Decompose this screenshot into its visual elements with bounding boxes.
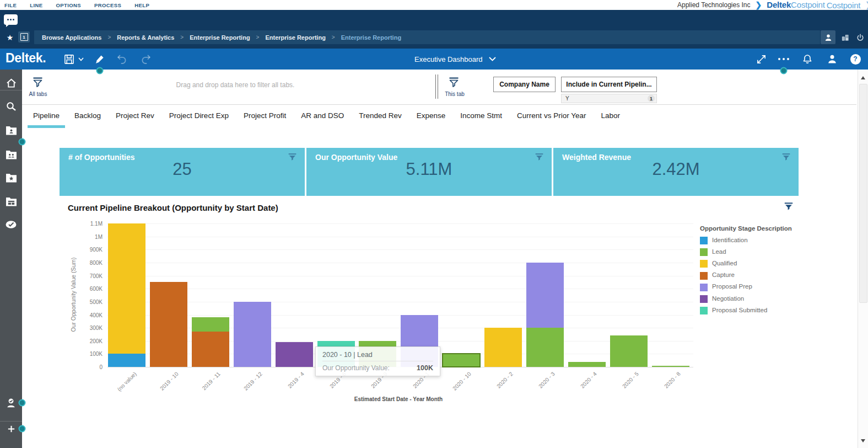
scroll-up-arrow-icon[interactable] xyxy=(861,76,865,79)
breadcrumb-item-enterprise-reporting[interactable]: Enterprise Reporting xyxy=(265,34,325,41)
help-icon[interactable]: ? xyxy=(847,49,864,70)
bar-segment-no-value-qualified[interactable] xyxy=(108,223,145,354)
notifications-bell-icon[interactable] xyxy=(799,49,816,70)
tab-project-rev[interactable]: Project Rev xyxy=(116,105,154,128)
this-tab-filter-funnel-icon[interactable] xyxy=(448,77,460,90)
legend-label-capture[interactable]: Capture xyxy=(712,271,735,278)
save-dropdown-chevron-icon[interactable] xyxy=(77,49,85,70)
legend-label-negotiation[interactable]: Negotiation xyxy=(712,295,744,302)
x-tick-label: 2020 - 3 xyxy=(516,371,556,410)
include-in-pipeline-filter-field[interactable]: Include in Current Pipelin... xyxy=(561,77,657,92)
legend-swatch-qualified[interactable] xyxy=(700,260,708,268)
sidebar-shared-applications-icon[interactable] xyxy=(0,147,22,162)
menu-item-line[interactable]: LINE xyxy=(30,2,42,8)
sidebar-dashboards-icon[interactable] xyxy=(0,194,22,209)
legend-swatch-negotiation[interactable] xyxy=(700,295,708,303)
breadcrumb-separator: > xyxy=(256,34,260,40)
all-tabs-filter-funnel-icon[interactable] xyxy=(31,77,44,90)
bar-segment-2019-4-negotiation[interactable] xyxy=(276,342,313,367)
gridline xyxy=(107,237,693,237)
bar-segment-no-value-identification[interactable] xyxy=(108,354,145,367)
legend-label-qualified[interactable]: Qualified xyxy=(712,260,737,266)
company-name-filter-field[interactable]: Company Name xyxy=(493,77,556,92)
tab-income-stmt[interactable]: Income Stmt xyxy=(460,105,502,128)
bar-segment-2019-12-proposal-prep[interactable] xyxy=(234,302,271,367)
menu-item-file[interactable]: FILE xyxy=(4,2,17,8)
brand-costpoint-text: Costpoint xyxy=(827,1,861,10)
sidebar-favorites-folder-icon[interactable] xyxy=(0,170,22,185)
indicator-dot[interactable] xyxy=(96,67,104,74)
bar-segment-2019-11-lead[interactable] xyxy=(192,317,229,332)
bar-segment-2020-3-lead[interactable] xyxy=(526,328,564,367)
tab-expense[interactable]: Expense xyxy=(417,105,446,128)
dashboard-selector[interactable]: Executive Dashboard xyxy=(414,49,496,70)
bar-segment-2020-4-lead[interactable] xyxy=(568,362,606,367)
tab-labor[interactable]: Labor xyxy=(601,105,620,128)
legend-label-proposal-submitted[interactable]: Proposal Submitted xyxy=(712,307,767,313)
bar-segment-2020-5-lead[interactable] xyxy=(610,335,648,367)
x-tick-label: 2020 - 1 xyxy=(391,371,430,410)
chat-bubble-icon[interactable] xyxy=(4,14,18,25)
include-in-pipeline-filter-value-row[interactable]: Y 1 xyxy=(561,94,657,103)
sidebar-recent-clock-icon[interactable] xyxy=(0,217,22,232)
legend-label-proposal-prep[interactable]: Proposal Prep xyxy=(712,283,752,290)
y-axis-label: Our Opportunity Value (Sum) xyxy=(70,223,77,366)
legend-swatch-proposal-prep[interactable] xyxy=(700,284,708,291)
breadcrumb-item-reports-analytics[interactable]: Reports & Analytics xyxy=(117,34,174,41)
indicator-dot[interactable] xyxy=(780,67,788,74)
legend-swatch-identification[interactable] xyxy=(700,237,708,244)
tab-project-profit[interactable]: Project Profit xyxy=(244,105,286,128)
kpi-card-our-opportunity-value[interactable]: Our Opportunity Value5.11M xyxy=(306,148,552,196)
tab-ar-and-dso[interactable]: AR and DSO xyxy=(301,105,344,128)
bar-segment-2020-3-proposal-prep[interactable] xyxy=(526,263,564,328)
sidebar-my-applications-icon[interactable] xyxy=(0,122,22,138)
menu-item-help[interactable]: HELP xyxy=(134,2,149,8)
more-options-icon[interactable] xyxy=(775,49,792,70)
indicator-dot[interactable] xyxy=(19,138,26,146)
menu-item-process[interactable]: PROCESS xyxy=(94,2,121,8)
tab-trended-rev[interactable]: Trended Rev xyxy=(359,105,402,128)
legend-swatch-capture[interactable] xyxy=(700,272,708,280)
menu-item-options[interactable]: OPTIONS xyxy=(56,2,81,8)
bar-segment-2019-10-capture[interactable] xyxy=(150,282,187,367)
breadcrumb-item-enterprise-reporting[interactable]: Enterprise Reporting xyxy=(341,34,401,41)
legend-swatch-proposal-submitted[interactable] xyxy=(700,307,708,314)
expand-icon[interactable] xyxy=(753,49,769,70)
breadcrumb-item-browse-applications[interactable]: Browse Applications xyxy=(42,34,101,41)
legend-label-lead[interactable]: Lead xyxy=(712,248,726,255)
filter-count-badge: 1 xyxy=(648,95,655,102)
bar-segment-2020-8-lead[interactable] xyxy=(652,366,689,367)
indicator-dot[interactable] xyxy=(19,425,26,433)
legend-label-identification[interactable]: Identification xyxy=(712,237,748,243)
save-icon[interactable] xyxy=(62,49,76,70)
vertical-scrollbar[interactable] xyxy=(858,70,868,448)
gridline xyxy=(107,302,693,302)
kpi-card-weighted-revenue[interactable]: Weighted Revenue2.42M xyxy=(553,148,799,196)
breadcrumb-separator: > xyxy=(332,34,335,40)
window-count-icon[interactable]: 1 xyxy=(18,31,30,42)
organization-icon[interactable] xyxy=(838,30,852,44)
power-logout-icon[interactable] xyxy=(853,30,867,44)
edit-pencil-icon[interactable] xyxy=(93,49,107,70)
user-icon[interactable] xyxy=(821,30,835,44)
tab-project-direct-exp[interactable]: Project Direct Exp xyxy=(169,105,229,128)
bar-segment-2019-11-capture[interactable] xyxy=(192,332,229,367)
y-tick-label: 600K xyxy=(78,286,103,292)
tab-current-vs-prior-year[interactable]: Current vs Prior Year xyxy=(517,105,586,128)
legend-swatch-lead[interactable] xyxy=(700,248,708,256)
redo-icon[interactable] xyxy=(138,49,154,70)
account-user-icon[interactable] xyxy=(824,49,840,70)
bar-segment-2020-2-qualified[interactable] xyxy=(484,328,522,367)
breadcrumb-item-enterprise-reporting[interactable]: Enterprise Reporting xyxy=(190,34,250,41)
kpi-card-of-opportunities[interactable]: # of Opportunities25 xyxy=(60,148,305,196)
scroll-down-arrow-icon[interactable] xyxy=(861,439,865,442)
sidebar-home-icon[interactable] xyxy=(0,75,22,90)
sidebar-search-icon[interactable] xyxy=(0,99,22,114)
tab-backlog[interactable]: Backlog xyxy=(74,105,101,128)
indicator-dot[interactable] xyxy=(19,399,26,407)
undo-icon[interactable] xyxy=(114,49,130,70)
scrollbar-thumb[interactable] xyxy=(859,84,867,303)
chart-filter-funnel-icon[interactable] xyxy=(784,202,794,214)
favorite-star-icon[interactable]: ★ xyxy=(3,30,17,44)
tab-pipeline[interactable]: Pipeline xyxy=(33,105,60,128)
